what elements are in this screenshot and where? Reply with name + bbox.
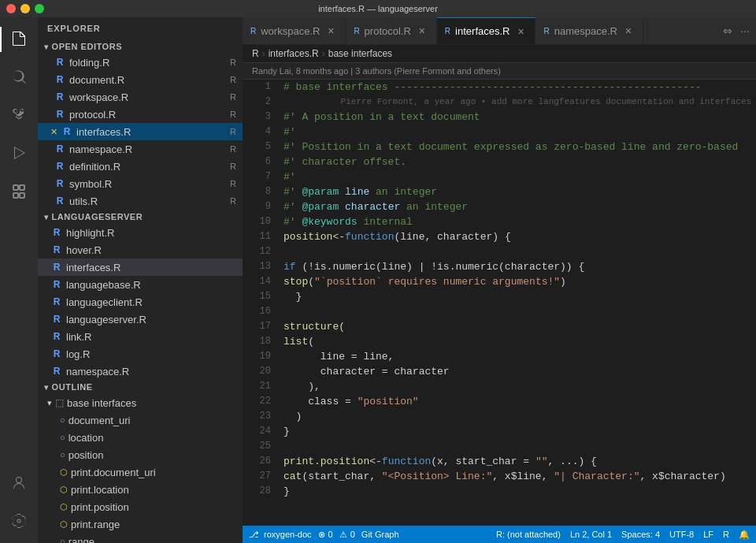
error-icon: ⊗: [318, 530, 325, 540]
status-git-graph[interactable]: Git Graph: [361, 530, 399, 539]
open-editor-utils[interactable]: R utils.R R: [38, 192, 243, 210]
status-line-ending[interactable]: LF: [703, 530, 713, 539]
open-editor-workspace[interactable]: R workspace.R R: [38, 88, 243, 106]
tab-close-button[interactable]: ×: [416, 24, 428, 37]
file-badge: R: [230, 75, 236, 84]
settings-icon: [10, 512, 28, 530]
status-right: R: (not attached) Ln 2, Col 1 Spaces: 4 …: [496, 530, 750, 540]
field-icon: ○: [60, 433, 65, 442]
method-icon: ⬡: [60, 485, 68, 495]
open-editor-namespace[interactable]: R namespace.R R: [38, 140, 243, 158]
ls-log[interactable]: R log.R: [38, 345, 243, 363]
open-editor-document[interactable]: R document.R R: [38, 71, 243, 88]
tab-workspace[interactable]: R workspace.R ×: [243, 17, 346, 44]
activity-run[interactable]: [0, 134, 38, 172]
ls-languagebase[interactable]: R languagebase.R: [38, 276, 243, 293]
code-line-24: }: [284, 424, 750, 439]
activity-account[interactable]: [0, 464, 38, 502]
status-encoding[interactable]: UTF-8: [669, 530, 694, 539]
tab-close-button[interactable]: ×: [622, 24, 635, 37]
more-actions-button[interactable]: ···: [737, 23, 753, 39]
outline-print-range[interactable]: ⬡ print.range: [38, 515, 243, 533]
blame-text: Randy Lai, 8 months ago | 3 authors (Pie…: [252, 66, 501, 76]
breadcrumb-sep: ›: [322, 48, 325, 59]
chevron-down-icon: ▾: [47, 398, 52, 408]
r-icon: R: [250, 27, 256, 35]
window-controls[interactable]: [6, 4, 44, 13]
file-name: document.R: [69, 74, 227, 86]
outline-location[interactable]: ○ location: [38, 429, 243, 446]
close-icon: ✕: [50, 127, 57, 137]
close-button[interactable]: [6, 4, 16, 13]
status-r-not-attached[interactable]: R: (not attached): [496, 530, 561, 539]
outline-print-document-uri[interactable]: ⬡ print.document_uri: [38, 463, 243, 481]
code-line-14: stop("`position` requires numeric argume…: [284, 274, 750, 289]
tab-protocol[interactable]: R protocol.R ×: [346, 17, 436, 44]
status-spaces[interactable]: Spaces: 4: [621, 530, 660, 539]
status-position[interactable]: Ln 2, Col 1: [570, 530, 612, 539]
open-editor-definition[interactable]: R definition.R R: [38, 158, 243, 175]
outline-item-name: range: [69, 536, 236, 544]
outline-print-position[interactable]: ⬡ print.position: [38, 498, 243, 515]
tab-close-button[interactable]: ×: [514, 25, 527, 38]
chevron-icon: ▾: [44, 383, 49, 392]
split-editor-button[interactable]: ⇔: [720, 23, 736, 39]
outline-base-interfaces[interactable]: ▾ ⬚ base interfaces: [38, 394, 243, 411]
r-file-icon: R: [54, 195, 66, 207]
file-badge: R: [230, 58, 236, 67]
file-name: interfaces.R: [66, 262, 236, 273]
section-outline[interactable]: ▾ Outline: [38, 380, 243, 394]
open-editor-interfaces[interactable]: ✕ R interfaces.R R: [38, 123, 243, 140]
r-file-icon: R: [50, 296, 63, 308]
outline-print-location[interactable]: ⬡ print.location: [38, 481, 243, 498]
ls-link[interactable]: R link.R: [38, 328, 243, 345]
file-badge: R: [230, 196, 236, 206]
ls-interfaces[interactable]: R interfaces.R: [38, 258, 243, 276]
section-open-editors[interactable]: ▾ Open Editors: [38, 39, 243, 54]
code-line-10: #' @keywords internal: [284, 214, 750, 229]
source-control-icon: [10, 106, 28, 124]
ls-languageclient[interactable]: R languageclient.R: [38, 293, 243, 311]
section-languageserver[interactable]: ▾ LANGUAGESERVER: [38, 210, 243, 224]
r-file-icon: R: [50, 261, 63, 273]
breadcrumb: R › interfaces.R › base interfaces: [243, 45, 756, 63]
status-errors[interactable]: ⊗ 0 ⚠ 0: [318, 530, 355, 540]
tab-label: interfaces.R: [455, 25, 510, 37]
activity-extensions[interactable]: [0, 172, 38, 210]
search-icon: [10, 69, 28, 86]
ls-namespace[interactable]: R namespace.R: [38, 363, 243, 380]
sidebar: Explorer ▾ Open Editors R folding.R R R …: [38, 17, 243, 543]
tab-close-button[interactable]: ×: [324, 24, 337, 37]
section-outline-label: Outline: [52, 382, 93, 392]
status-branch[interactable]: ⎇ roxygen-doc: [249, 530, 312, 540]
notifications-icon[interactable]: 🔔: [739, 530, 750, 540]
file-name: languagebase.R: [66, 279, 236, 291]
chevron-icon: ▾: [44, 213, 49, 221]
activity-bar: [0, 17, 38, 543]
code-content[interactable]: # base interfaces ----------------------…: [277, 80, 756, 526]
activity-settings[interactable]: [0, 502, 38, 540]
activity-search[interactable]: [0, 58, 38, 96]
open-editor-symbol[interactable]: R symbol.R R: [38, 175, 243, 192]
maximize-button[interactable]: [35, 4, 44, 13]
status-language[interactable]: R: [723, 530, 729, 539]
outline-range[interactable]: ○ range: [38, 533, 243, 543]
breadcrumb-r[interactable]: R: [252, 48, 259, 59]
outline-document-uri[interactable]: ○ document_uri: [38, 411, 243, 429]
open-editor-folding[interactable]: R folding.R R: [38, 54, 243, 71]
ls-hover[interactable]: R hover.R: [38, 241, 243, 258]
r-file-icon: R: [50, 313, 63, 325]
tab-interfaces[interactable]: R interfaces.R ×: [437, 17, 536, 44]
r-file-icon: R: [54, 91, 66, 103]
ls-languageserver[interactable]: R languageserver.R: [38, 311, 243, 328]
breadcrumb-section[interactable]: base interfaces: [328, 48, 392, 59]
breadcrumb-file[interactable]: interfaces.R: [269, 48, 319, 59]
open-editor-protocol[interactable]: R protocol.R R: [38, 106, 243, 123]
warning-count: 0: [350, 530, 355, 539]
activity-files[interactable]: [0, 20, 38, 58]
tab-namespace[interactable]: R namespace.R ×: [536, 17, 643, 44]
activity-scm[interactable]: [0, 96, 38, 134]
ls-highlight[interactable]: R highlight.R: [38, 224, 243, 241]
minimize-button[interactable]: [20, 4, 30, 13]
outline-position[interactable]: ○ position: [38, 446, 243, 463]
